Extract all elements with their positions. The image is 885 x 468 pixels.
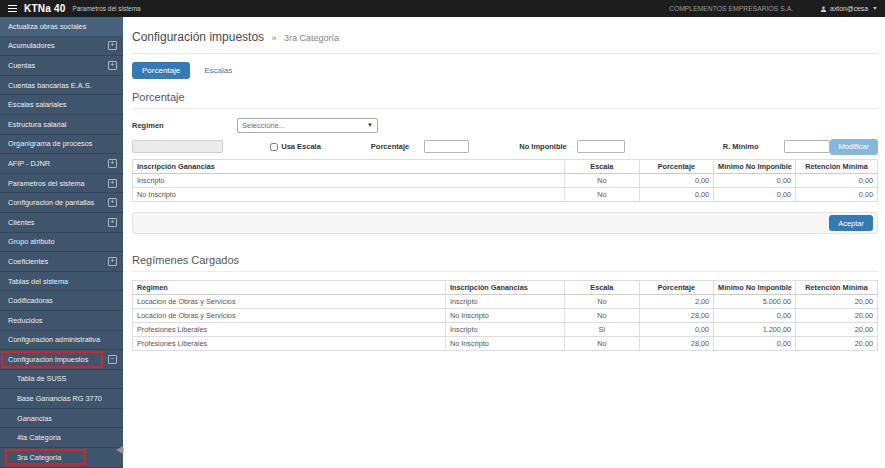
collapse-icon[interactable]: − xyxy=(108,355,117,364)
regimen-row: Regimen Seleccione... ▼ xyxy=(132,117,878,133)
expand-icon[interactable]: + xyxy=(108,41,117,50)
hamburger-menu-icon[interactable] xyxy=(8,5,17,13)
sidebar-item-codificadoras[interactable]: Codificadoras xyxy=(0,291,123,311)
company-name: COMPLEMENTOS EMPRESARIOS S.A. xyxy=(669,5,793,12)
table-cell: 20,00 xyxy=(796,323,878,337)
regimen-label: Regimen xyxy=(132,121,237,130)
sidebar-item-label: AFIP - DJNR xyxy=(8,159,50,168)
sidebar-item-tablas-del-sistema[interactable]: Tablas del sistema xyxy=(0,272,123,292)
table-cell: Inscripto xyxy=(445,323,564,337)
expand-icon[interactable]: + xyxy=(108,159,117,168)
section-heading-porcentaje: Porcentaje xyxy=(132,91,878,109)
expand-icon[interactable]: + xyxy=(108,61,117,70)
sidebar-item-label: Organigrama de procesos xyxy=(8,139,92,148)
app-brand: KTNa 40 xyxy=(24,3,65,14)
sidebar-item-3ra-categoria[interactable]: 3ra Categoria xyxy=(0,448,123,468)
sidebar-item-base-ganancias-rg-3770[interactable]: Base Ganancias RG 3770 xyxy=(0,389,123,409)
table-cell: No Inscripto xyxy=(445,337,564,351)
column-header: Retención Mínima xyxy=(796,160,878,174)
user-icon xyxy=(820,5,827,13)
sidebar-item-afip-djnr[interactable]: AFIP - DJNR+ xyxy=(0,154,123,174)
sidebar-item-label: Actualiza obras sociales xyxy=(8,22,86,31)
sidebar-item-coeficientes[interactable]: Coeficientes+ xyxy=(0,252,123,272)
table-cell: No xyxy=(565,295,640,309)
sidebar-item-reducidos[interactable]: Reducidos xyxy=(0,311,123,331)
sidebar-item-configuracion-administrativa[interactable]: Configuracion administrativa xyxy=(0,331,123,351)
table-cell: 20,00 xyxy=(796,337,878,351)
mouse-cursor xyxy=(116,446,123,454)
table-cell: Locacion de Obras y Servicios xyxy=(133,309,446,323)
table-cell: No Inscripto xyxy=(445,309,564,323)
sidebar-item-label: Estructura salarial xyxy=(8,120,66,129)
table-row[interactable]: InscriptoNo0,000,000,00 xyxy=(133,174,878,188)
top-bar: KTNa 40 Parametros del sistema COMPLEMEN… xyxy=(0,0,885,17)
porcentaje-field[interactable] xyxy=(424,140,469,153)
aceptar-button[interactable]: Aceptar xyxy=(829,215,873,231)
sidebar-item-4ta-categoria[interactable]: 4ta Categoria xyxy=(0,428,123,448)
sidebar-item-estructura-salarial[interactable]: Estructura salarial xyxy=(0,115,123,135)
column-header: Retención Mínima xyxy=(796,281,878,295)
expand-icon[interactable]: + xyxy=(108,257,117,266)
sidebar-item-label: Coeficientes xyxy=(8,257,48,266)
table-row[interactable]: Profesiones LiberalesInscriptoSi0,001.20… xyxy=(133,323,878,337)
sidebar-item-label: Clientes xyxy=(8,218,34,227)
tab-bar: Porcentaje Escalas xyxy=(132,62,878,79)
table-row[interactable]: Profesiones LiberalesNo InscriptoNo28,00… xyxy=(133,337,878,351)
table-cell: 0,00 xyxy=(714,174,796,188)
tab-porcentaje[interactable]: Porcentaje xyxy=(132,62,190,79)
regimenes-cargados-table: RégimenInscripción GananciasEscalaPorcen… xyxy=(132,280,878,351)
column-header: Mínimo No Imponible xyxy=(714,160,796,174)
usa-escala-checkbox[interactable] xyxy=(270,143,278,151)
porcentaje-label: Porcentaje xyxy=(371,142,409,151)
table-row[interactable]: Locacion de Obras y ServiciosInscriptoNo… xyxy=(133,295,878,309)
column-header: Porcentaje xyxy=(639,160,714,174)
sidebar-item-tabla-de-suss[interactable]: Tabla de SUSS xyxy=(0,370,123,390)
table-cell: 1.200,00 xyxy=(714,323,796,337)
table-cell: 0,00 xyxy=(796,174,878,188)
sidebar-item-parametros-del-sistema[interactable]: Parametros del sistema+ xyxy=(0,174,123,194)
sidebar-item-configuracion-de-pantallas[interactable]: Configuracion de pantallas+ xyxy=(0,193,123,213)
table-cell: 0,00 xyxy=(796,188,878,202)
table-cell: Locacion de Obras y Servicios xyxy=(133,295,446,309)
sidebar-item-label: Cuentas xyxy=(8,61,35,70)
modificar-button[interactable]: Modificar xyxy=(830,139,878,155)
table-cell: 20,00 xyxy=(796,295,878,309)
tab-escalas[interactable]: Escalas xyxy=(204,66,232,75)
table-cell: 2,00 xyxy=(639,295,714,309)
sidebar-item-configuracion-impuestos[interactable]: Configuracion impuestos− xyxy=(0,350,123,370)
table-row[interactable]: No InscriptoNo0,000,000,00 xyxy=(133,188,878,202)
sidebar-item-grupo-atributo[interactable]: Grupo atributo xyxy=(0,233,123,253)
no-imponible-field[interactable] xyxy=(577,140,625,153)
sidebar-item-clientes[interactable]: Clientes+ xyxy=(0,213,123,233)
main-content: Configuración impuestos » 3ra Categoría … xyxy=(123,17,885,468)
user-menu[interactable]: axton@cesa xyxy=(820,5,877,13)
chevron-down-icon xyxy=(873,7,877,10)
sidebar-item-ganancias[interactable]: Ganancias xyxy=(0,409,123,429)
table-cell: Profesiones Liberales xyxy=(133,337,446,351)
usa-escala-label: Usa Escala xyxy=(281,142,321,151)
table-row[interactable]: Locacion de Obras y ServiciosNo Inscript… xyxy=(133,309,878,323)
table-cell: Profesiones Liberales xyxy=(133,323,446,337)
expand-icon[interactable]: + xyxy=(108,218,117,227)
r-minimo-field[interactable] xyxy=(784,140,830,153)
sidebar-item-label: Grupo atributo xyxy=(8,237,55,246)
regimen-readonly-field xyxy=(132,140,223,153)
expand-icon[interactable]: + xyxy=(108,198,117,207)
sidebar-item-organigrama-de-procesos[interactable]: Organigrama de procesos xyxy=(0,135,123,155)
sidebar-item-escalas-salariales[interactable]: Escalas salariales xyxy=(0,95,123,115)
table-cell: Si xyxy=(565,323,640,337)
sidebar-item-actualiza-obras-sociales[interactable]: Actualiza obras sociales xyxy=(0,17,123,37)
regimen-select[interactable]: Seleccione... ▼ xyxy=(237,118,378,133)
sidebar-item-label: Base Ganancias RG 3770 xyxy=(17,394,102,403)
table-cell: No xyxy=(565,188,640,202)
app-brand-subtitle: Parametros del sistema xyxy=(72,5,140,12)
action-bar: Aceptar xyxy=(132,212,878,234)
sidebar-item-acumuladores[interactable]: Acumuladores+ xyxy=(0,37,123,57)
expand-icon[interactable]: + xyxy=(108,179,117,188)
table-cell: 28,00 xyxy=(639,337,714,351)
sidebar-item-label: Tabla de SUSS xyxy=(17,374,67,383)
sidebar-item-cuentas[interactable]: Cuentas+ xyxy=(0,56,123,76)
sidebar-item-cuentas-bancarias-e-a-s[interactable]: Cuentas bancarias E.A.S. xyxy=(0,76,123,96)
column-header: Porcentaje xyxy=(639,281,714,295)
usa-escala-group: Usa Escala xyxy=(270,142,321,151)
